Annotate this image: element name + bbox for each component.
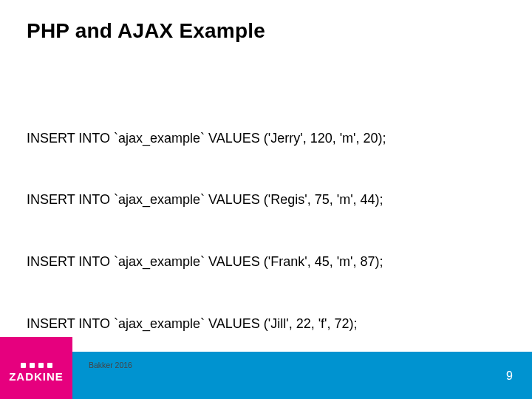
slide-title: PHP and AJAX Example bbox=[27, 19, 265, 43]
dot-icon bbox=[30, 363, 35, 368]
code-line: INSERT INTO `ajax_example` VALUES ('Regi… bbox=[27, 190, 386, 211]
logo-text: ZADKINE bbox=[9, 370, 64, 383]
page-number: 9 bbox=[506, 369, 513, 383]
code-line: INSERT INTO `ajax_example` VALUES ('Jerr… bbox=[27, 129, 386, 149]
logo-dots-icon bbox=[21, 363, 52, 368]
dot-icon bbox=[47, 363, 52, 368]
attribution-text: Bakker 2016 bbox=[89, 361, 132, 369]
footer-bar bbox=[0, 352, 532, 399]
code-line: INSERT INTO `ajax_example` VALUES ('Fran… bbox=[27, 252, 386, 273]
zadkine-logo: ZADKINE bbox=[0, 337, 72, 399]
slide: PHP and AJAX Example INSERT INTO `ajax_e… bbox=[0, 0, 532, 399]
dot-icon bbox=[38, 363, 44, 368]
code-line: INSERT INTO `ajax_example` VALUES ('Jill… bbox=[27, 314, 386, 335]
dot-icon bbox=[21, 363, 26, 368]
